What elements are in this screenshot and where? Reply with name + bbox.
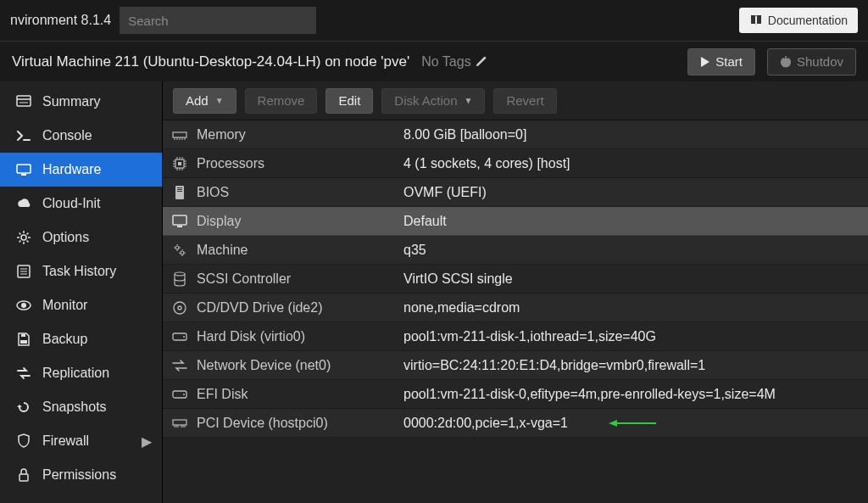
tags-area[interactable]: No Tags [421,54,486,70]
sidebar-item-taskhistory[interactable]: Task History [0,254,162,288]
svg-point-49 [183,394,185,395]
sidebar-item-options[interactable]: Options [0,221,162,254]
sidebar-item-label: Replication [42,366,109,381]
sidebar-item-label: Backup [42,332,87,347]
chevron-down-icon: ▼ [465,96,473,105]
hardware-row[interactable]: SCSI ControllerVirtIO SCSI single [163,265,868,293]
hardware-row[interactable]: DisplayDefault [163,207,868,236]
search-input[interactable] [120,7,316,34]
firewall-icon [15,433,32,449]
pci-icon [163,417,197,429]
sidebar-item-label: Options [42,230,89,245]
snapshots-icon [15,400,32,415]
row-label: Display [197,214,403,229]
svg-point-44 [174,302,186,314]
row-value: pool1:vm-211-disk-0,efitype=4m,pre-enrol… [403,387,868,402]
cpu-icon [163,156,197,171]
shutdown-button[interactable]: Shutdov [767,48,856,75]
revert-button[interactable]: Revert [493,88,556,114]
gears-icon [163,243,197,258]
sidebar-item-label: Permissions [42,467,116,483]
sidebar-item-summary[interactable]: Summary [0,85,162,119]
shutdown-label: Shutdov [797,54,843,69]
disk-action-button[interactable]: Disk Action ▼ [381,88,485,114]
summary-icon [15,94,32,109]
row-label: EFI Disk [197,387,403,402]
hardware-row[interactable]: Machineq35 [163,236,868,265]
row-value: virtio=BC:24:11:20:E1:D4,bridge=vmbr0,fi… [403,358,868,373]
svg-rect-36 [177,187,182,188]
display-icon [163,215,197,228]
hardware-row[interactable]: PCI Device (hostpci0)0000:2d:00,pcie=1,x… [163,409,868,438]
hardware-row[interactable]: Hard Disk (virtio0)pool1:vm-211-disk-1,i… [163,322,868,351]
sidebar-item-label: Firewall [42,433,89,449]
add-button[interactable]: Add ▼ [173,88,236,114]
documentation-label: Documentation [768,14,848,27]
hardware-row[interactable]: CD/DVD Drive (ide2)none,media=cdrom [163,293,868,322]
net-icon [163,360,197,372]
content-area: Add ▼ Remove Edit Disk Action ▼ Revert M… [163,81,868,503]
sidebar-item-snapshots[interactable]: Snapshots [0,390,162,424]
sidebar-item-monitor[interactable]: Monitor [0,288,162,322]
hardware-row[interactable]: Processors4 (1 sockets, 4 cores) [host] [163,149,868,178]
row-label: Machine [197,243,403,258]
sidebar-item-console[interactable]: Console [0,119,162,153]
options-icon [15,230,32,245]
hardware-toolbar: Add ▼ Remove Edit Disk Action ▼ Revert [163,81,868,120]
svg-rect-15 [173,132,186,137]
row-value: OVMF (UEFI) [403,185,868,200]
documentation-button[interactable]: Documentation [739,8,858,33]
sidebar-item-label: Task History [42,264,116,279]
svg-rect-0 [17,96,31,106]
row-label: SCSI Controller [197,271,403,287]
sidebar-item-label: Monitor [42,298,87,313]
pencil-icon[interactable] [475,56,487,68]
svg-rect-39 [173,215,186,225]
bios-icon [163,185,197,200]
backup-icon [15,332,32,347]
row-label: CD/DVD Drive (ide2) [197,300,403,316]
row-value: pool1:vm-211-disk-1,iothread=1,size=40G [403,329,868,344]
row-value: 4 (1 sockets, 4 cores) [host] [403,156,868,171]
play-icon [700,56,710,68]
console-icon [15,128,32,143]
db-icon [163,271,197,287]
svg-rect-50 [173,420,186,425]
svg-rect-14 [19,474,28,481]
sidebar-item-backup[interactable]: Backup [0,322,162,356]
no-tags-label: No Tags [421,54,470,70]
remove-button[interactable]: Remove [245,88,318,114]
sidebar-item-replication[interactable]: Replication [0,356,162,390]
row-label: Memory [197,127,403,143]
start-button[interactable]: Start [687,48,755,75]
taskhistory-icon [15,264,32,279]
sidebar-item-hardware[interactable]: Hardware [0,153,162,187]
sidebar-item-firewall[interactable]: Firewall▶ [0,424,162,458]
row-label: PCI Device (hostpci0) [197,416,403,431]
hardware-row[interactable]: BIOSOVMF (UEFI) [163,178,868,207]
sidebar-item-label: Console [42,128,92,143]
hardware-icon [15,162,32,177]
sidebar-item-permissions[interactable]: Permissions [0,458,162,492]
svg-point-5 [21,235,26,240]
svg-rect-37 [177,189,182,190]
edit-button[interactable]: Edit [326,88,373,114]
svg-point-42 [181,251,184,254]
hdd-icon [163,388,197,400]
book-icon [749,14,763,27]
sidebar: SummaryConsoleHardwareCloud-InitOptionsT… [0,81,163,503]
chevron-down-icon: ▼ [215,96,224,105]
svg-rect-4 [21,174,26,176]
row-value: 0000:2d:00,pcie=1,x-vga=1 [403,416,868,431]
power-icon [780,56,792,68]
vm-title: Virtual Machine 211 (Ubuntu-Desktop-24.0… [12,53,409,70]
sidebar-item-cloudinit[interactable]: Cloud-Init [0,187,162,221]
monitor-icon [15,298,32,313]
hardware-row[interactable]: Network Device (net0)virtio=BC:24:11:20:… [163,351,868,380]
sidebar-item-label: Snapshots [42,400,107,415]
hardware-row[interactable]: Memory8.00 GiB [balloon=0] [163,120,868,149]
svg-rect-22 [178,162,181,165]
row-value: q35 [403,243,868,258]
hardware-row[interactable]: EFI Diskpool1:vm-211-disk-0,efitype=4m,p… [163,380,868,409]
sidebar-item-label: Cloud-Init [42,196,100,211]
